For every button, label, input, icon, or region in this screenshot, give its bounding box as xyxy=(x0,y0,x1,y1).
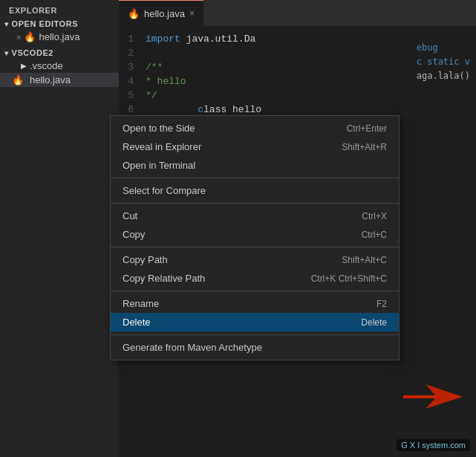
menu-cut-label: Cut xyxy=(123,210,137,221)
open-editor-filename: hello.java xyxy=(39,31,79,42)
menu-delete-label: Delete xyxy=(123,317,151,328)
code-line-5: 5 */ xyxy=(119,88,476,103)
menu-rename-shortcut: F2 xyxy=(376,299,387,309)
hello-java-sidebar-item[interactable]: 🔥 hello.java xyxy=(0,73,119,87)
context-menu: Open to the Side Ctrl+Enter Reveal in Ex… xyxy=(110,115,400,360)
right-line-debug: ebug xyxy=(417,41,470,55)
menu-maven[interactable]: Generate from Maven Archetype xyxy=(111,338,399,357)
menu-rename-label: Rename xyxy=(123,298,159,309)
open-editors-header[interactable]: ▾ OPEN EDITORS xyxy=(0,18,119,30)
menu-open-side-shortcut: Ctrl+Enter xyxy=(347,123,387,134)
menu-copy-path-label: Copy Path xyxy=(123,254,168,265)
separator-4 xyxy=(111,291,399,291)
separator-2 xyxy=(111,203,399,204)
vscode2-arrow: ▾ xyxy=(4,49,9,57)
hello-java-icon: 🔥 xyxy=(12,74,24,85)
menu-cut-shortcut: Ctrl+X xyxy=(362,211,387,221)
vscode-folder-item[interactable]: ▶ .vscode xyxy=(0,59,119,73)
open-editor-hello-java[interactable]: × 🔥 hello.java xyxy=(0,30,119,44)
tab-filename: hello.java xyxy=(144,8,185,19)
tab-close-button[interactable]: × xyxy=(189,8,195,19)
menu-copy-relative[interactable]: Copy Relative Path Ctrl+K Ctrl+Shift+C xyxy=(111,269,399,288)
vscode2-label: VSCODE2 xyxy=(12,48,53,57)
menu-terminal-label: Open in Terminal xyxy=(123,160,195,171)
vscode2-header[interactable]: ▾ VSCODE2 xyxy=(0,47,119,59)
menu-copy-shortcut: Ctrl+C xyxy=(362,230,387,240)
close-icon[interactable]: × xyxy=(16,33,21,42)
menu-rename[interactable]: Rename F2 xyxy=(111,294,399,313)
menu-select-compare-label: Select for Compare xyxy=(123,185,206,196)
editor-tab[interactable]: 🔥 hello.java × xyxy=(119,0,203,26)
hello-java-name: hello.java xyxy=(30,74,71,85)
sidebar: EXPLORER ▾ OPEN EDITORS × 🔥 hello.java ▾… xyxy=(0,0,119,457)
code-text-4: * hello xyxy=(146,74,186,88)
menu-copy-label: Copy xyxy=(123,229,145,240)
menu-cut[interactable]: Cut Ctrl+X xyxy=(111,207,399,225)
sidebar-title: EXPLORER xyxy=(0,0,119,18)
code-right-panel: ebug c static v aga.lala() xyxy=(417,41,470,83)
menu-copy-relative-label: Copy Relative Path xyxy=(123,273,205,284)
menu-maven-label: Generate from Maven Archetype xyxy=(123,342,262,353)
menu-copy[interactable]: Copy Ctrl+C xyxy=(111,225,399,244)
vscode-folder-name: .vscode xyxy=(30,60,63,71)
file-icon-red: 🔥 xyxy=(24,31,36,42)
watermark-suffix: system.com xyxy=(422,441,466,450)
menu-open-side-label: Open to the Side xyxy=(123,123,195,134)
tab-bar: 🔥 hello.java × xyxy=(119,0,476,26)
right-line-lala: aga.lala() xyxy=(417,69,470,83)
watermark: G X I system.com xyxy=(397,439,470,451)
folder-arrow: ▶ xyxy=(21,62,27,70)
line-num-5: 5 xyxy=(119,88,146,103)
code-text-5: */ xyxy=(146,88,157,103)
tab-file-icon: 🔥 xyxy=(128,8,140,19)
open-editors-arrow: ▾ xyxy=(4,20,9,28)
menu-open-side[interactable]: Open to the Side Ctrl+Enter xyxy=(111,119,399,137)
open-editors-label: OPEN EDITORS xyxy=(12,19,79,28)
menu-reveal-shortcut: Shift+Alt+R xyxy=(342,142,387,152)
line-num-4: 4 xyxy=(119,74,146,88)
watermark-prefix: G X I xyxy=(401,441,420,450)
vscode2-section: ▾ VSCODE2 ▶ .vscode 🔥 hello.java xyxy=(0,47,119,87)
menu-delete-shortcut: Delete xyxy=(361,317,387,328)
menu-open-terminal[interactable]: Open in Terminal xyxy=(111,156,399,175)
menu-reveal-explorer[interactable]: Reveal in Explorer Shift+Alt+R xyxy=(111,137,399,156)
arrow-annotation xyxy=(403,380,463,414)
menu-copy-relative-shortcut: Ctrl+K Ctrl+Shift+C xyxy=(311,273,387,284)
menu-copy-path[interactable]: Copy Path Shift+Alt+C xyxy=(111,250,399,269)
separator-5 xyxy=(111,334,399,335)
menu-delete[interactable]: Delete Delete xyxy=(111,313,399,331)
right-line-static: c static v xyxy=(417,55,470,69)
separator-3 xyxy=(111,247,399,247)
menu-select-compare[interactable]: Select for Compare xyxy=(111,181,399,200)
separator-1 xyxy=(111,178,399,178)
code-text-1: import java.util.Da xyxy=(146,32,255,46)
line-num-2: 2 xyxy=(119,46,146,60)
line-num-1: 1 xyxy=(119,32,146,46)
line-num-3: 3 xyxy=(119,60,146,74)
menu-reveal-label: Reveal in Explorer xyxy=(123,141,201,152)
code-text-3: /** xyxy=(146,60,163,74)
menu-copy-path-shortcut: Shift+Alt+C xyxy=(342,255,387,265)
